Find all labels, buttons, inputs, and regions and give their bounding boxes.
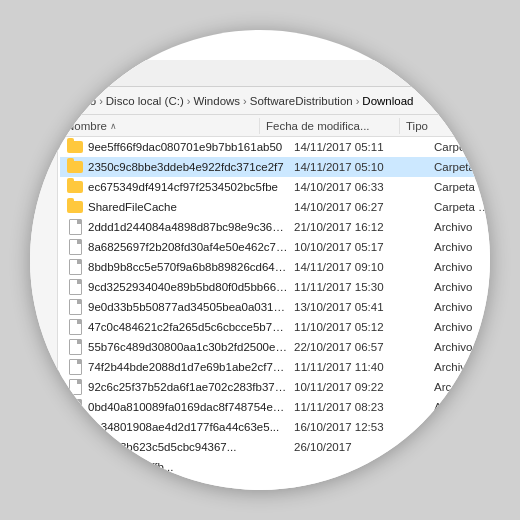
breadcrumb-download[interactable]: Download (362, 95, 413, 107)
file-name: ec675349df4914cf97f2534502bc5fbe (88, 181, 288, 193)
file-type: Arc (428, 381, 490, 393)
file-name: SharedFileCache (88, 201, 288, 213)
file-icon (66, 399, 84, 415)
file-name: 8bdb9b8cc5e570f9a6b8b89826cd64bc4c4... (88, 261, 288, 273)
arrow-up[interactable]: ↑ (41, 142, 47, 154)
file-date: 13/10/2017 05:41 (288, 301, 428, 313)
table-row[interactable]: 2ddd1d244084a4898d87bc98e9c36137c25...21… (60, 217, 490, 237)
file-icon (66, 319, 84, 335)
table-row[interactable]: 3d1426eec0ffb... (60, 457, 490, 477)
table-row[interactable]: ec675349df4914cf97f2534502bc5fbe14/10/20… (60, 177, 490, 197)
file-name: 9e0d33b5b50877ad34505bea0a0319fce5e... (88, 301, 288, 313)
file-type: Archivo (428, 341, 490, 353)
table-row[interactable]: SharedFileCache14/10/2017 06:27Carpeta d… (60, 197, 490, 217)
file-name: 74f2b44bde2088d1d7e69b1abe2cf7605e8... (88, 361, 288, 373)
file-date: 14/10/2017 06:27 (288, 201, 428, 213)
file-date: 11/11/2017 08:23 (288, 401, 428, 413)
file-date: 11/10/2017 05:12 (288, 321, 428, 333)
file-icon (66, 359, 84, 375)
file-date: 14/11/2017 05:10 (288, 161, 428, 173)
file-date: 14/10/2017 06:33 (288, 181, 428, 193)
table-row[interactable]: 92c6c25f37b52da6f1ae702c283fb37bdae4...1… (60, 377, 490, 397)
arrow-forward[interactable]: › (42, 116, 46, 128)
file-name: 9cd3252934040e89b5bd80f0d5bb66b34cc... (88, 281, 288, 293)
col-header-nombre[interactable]: Nombre ∧ (60, 118, 260, 134)
file-name: 2350c9c8bbe3ddeb4e922fdc371ce2f7 (88, 161, 288, 173)
column-headers: Nombre ∧ Fecha de modifica... Tipo (60, 115, 490, 137)
file-date: 14/11/2017 05:11 (288, 141, 428, 153)
ribbon-bar: Vista (60, 60, 490, 87)
breadcrumb-equipo[interactable]: quipo (68, 95, 96, 107)
table-row[interactable]: 0bd40a810089fa0169dac8f748754e1c21...11/… (60, 397, 490, 417)
table-row[interactable]: 55b76c489d30800aa1c30b2fd2500e0267c...22… (60, 337, 490, 357)
file-icon (66, 219, 84, 235)
file-icon (66, 439, 84, 455)
file-type: Archivo (428, 281, 490, 293)
file-name: 3d1426eec0ffb... (88, 461, 288, 473)
table-row[interactable]: 2350c9c8bbe3ddeb4e922fdc371ce2f714/11/20… (60, 157, 490, 177)
folder-icon (66, 179, 84, 195)
table-row[interactable]: 8bdb9b8cc5e570f9a6b8b89826cd64bc4c4...14… (60, 257, 490, 277)
table-row[interactable]: 528713b623c5d5cbc94367...26/10/2017Archi… (60, 437, 490, 457)
file-type: Carpeta de arc (428, 161, 490, 173)
file-name: 528713b623c5d5cbc94367... (88, 441, 288, 453)
file-name: 9ee5ff66f9dac080701e9b7bb161ab50 (88, 141, 288, 153)
folder-icon (66, 159, 84, 175)
file-type: Archivo (428, 261, 490, 273)
table-row[interactable]: 0b34801908ae4d2d177f6a44c63e5...16/10/20… (60, 417, 490, 437)
file-type: Archivo (428, 241, 490, 253)
file-date: 10/11/2017 09:22 (288, 381, 428, 393)
file-icon (66, 259, 84, 275)
file-date: 11/11/2017 11:40 (288, 361, 428, 373)
file-icon (66, 239, 84, 255)
file-type: Carpeta de arc (428, 181, 490, 193)
file-date: 11/11/2017 15:30 (288, 281, 428, 293)
file-icon (66, 379, 84, 395)
breadcrumb-sep-2: › (187, 95, 191, 107)
folder-icon (66, 199, 84, 215)
col-nombre-label: Nombre (66, 120, 107, 132)
col-tipo-label: Tipo (406, 120, 428, 132)
file-type: Archivo (428, 401, 490, 413)
table-row[interactable]: 9ee5ff66f9dac080701e9b7bb161ab5014/11/20… (60, 137, 490, 157)
file-icon (66, 419, 84, 435)
file-name: 8a6825697f2b208fd30af4e50e462c7e2812... (88, 241, 288, 253)
file-name: 0bd40a810089fa0169dac8f748754e1c21... (88, 401, 288, 413)
breadcrumb-softwaredistribution[interactable]: SoftwareDistribution (250, 95, 353, 107)
breadcrumb-disco[interactable]: Disco local (C:) (106, 95, 184, 107)
file-name: 92c6c25f37b52da6f1ae702c283fb37bdae4... (88, 381, 288, 393)
file-date: 22/10/2017 06:57 (288, 341, 428, 353)
file-name: 0b34801908ae4d2d177f6a44c63e5... (88, 421, 288, 433)
breadcrumb-sep-4: › (356, 95, 360, 107)
table-row[interactable]: 9cd3252934040e89b5bd80f0d5bb66b34cc...11… (60, 277, 490, 297)
file-list: 9ee5ff66f9dac080701e9b7bb161ab5014/11/20… (60, 137, 490, 490)
file-type: Archivo (428, 221, 490, 233)
breadcrumb-windows[interactable]: Windows (193, 95, 240, 107)
file-type: Archivo (428, 301, 490, 313)
file-type: Archivo (428, 441, 490, 453)
file-date: 14/11/2017 09:10 (288, 261, 428, 273)
file-type: Archivo (428, 361, 490, 373)
arrow-back[interactable]: ‹ (42, 90, 46, 102)
col-header-tipo[interactable]: Tipo (400, 118, 490, 134)
table-row[interactable]: 8a6825697f2b208fd30af4e50e462c7e2812...1… (60, 237, 490, 257)
file-type: Carpeta de arch (428, 201, 490, 213)
left-sidebar: ‹ › ↑ (30, 30, 58, 490)
file-name: 2ddd1d244084a4898d87bc98e9c36137c25... (88, 221, 288, 233)
table-row[interactable]: 9e0d33b5b50877ad34505bea0a0319fce5e...13… (60, 297, 490, 317)
col-header-fecha[interactable]: Fecha de modifica... (260, 118, 400, 134)
file-icon (66, 339, 84, 355)
ribbon-tab-vista[interactable]: Vista (68, 64, 110, 82)
file-name: 47c0c484621c2fa265d5c6cbcce5b748e159... (88, 321, 288, 333)
file-icon (66, 279, 84, 295)
file-date: 10/10/2017 05:17 (288, 241, 428, 253)
file-date: 26/10/2017 (288, 441, 428, 453)
file-type: Archivo (428, 321, 490, 333)
file-explorer-window: Vista quipo › Disco local (C:) › Windows… (60, 60, 490, 490)
table-row[interactable]: 47c0c484621c2fa265d5c6cbcce5b748e159...1… (60, 317, 490, 337)
sort-arrow-nombre: ∧ (110, 121, 117, 131)
breadcrumb-sep-1: › (99, 95, 103, 107)
table-row[interactable]: 74f2b44bde2088d1d7e69b1abe2cf7605e8...11… (60, 357, 490, 377)
file-type: Archivo (428, 421, 490, 433)
file-icon (66, 299, 84, 315)
